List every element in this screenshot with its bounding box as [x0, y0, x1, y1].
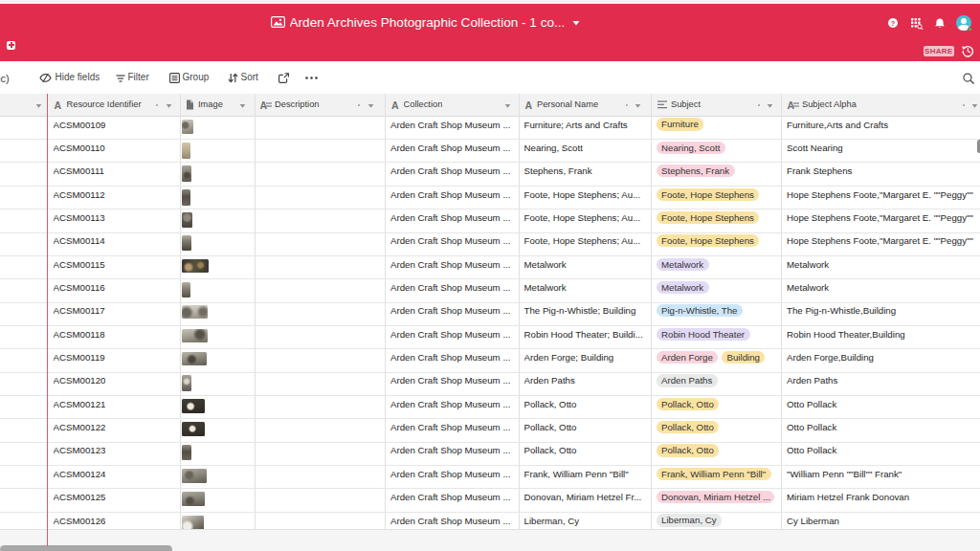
svg-text:?: ? — [891, 18, 896, 27]
